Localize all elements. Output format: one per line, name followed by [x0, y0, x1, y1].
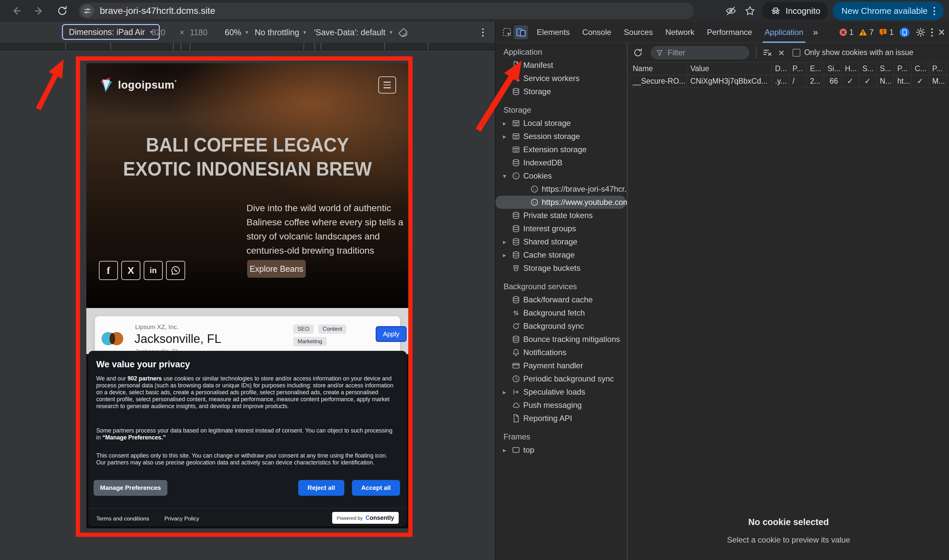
reload-icon[interactable]	[55, 3, 70, 18]
sidebar-item-background-sync[interactable]: Background sync	[496, 320, 627, 333]
cookie-cell[interactable]: N...	[877, 75, 894, 87]
sidebar-item-bounce-tracking-mitigations[interactable]: Bounce tracking mitigations	[496, 333, 627, 346]
column-header-c[interactable]: C...	[911, 63, 929, 75]
cast-device-indicator-icon[interactable]	[899, 27, 910, 38]
bookmark-star-icon[interactable]	[743, 4, 757, 18]
tree-collapsed-icon[interactable]: ▸	[500, 446, 509, 454]
cookie-cell[interactable]: ht...	[894, 75, 911, 87]
issue-filter-checkbox[interactable]	[792, 49, 800, 57]
sidebar-item-shared-storage[interactable]: ▸Shared storage	[496, 235, 627, 248]
powered-by-badge[interactable]: Powered by Consently	[332, 512, 399, 524]
device-dimensions-select[interactable]: Dimensions: iPad Air ▼	[62, 24, 160, 40]
sidebar-item-cache-storage[interactable]: ▸Cache storage	[496, 248, 627, 262]
cookie-cell[interactable]: __Secure-RO...	[628, 75, 687, 87]
sidebar-item-indexeddb[interactable]: IndexedDB	[496, 156, 627, 169]
apply-button[interactable]: Apply	[376, 326, 407, 342]
address-bar[interactable]: brave-jori-s47hcrlt.dcms.site	[79, 3, 694, 19]
tab-network[interactable]: Network	[659, 22, 701, 43]
column-header-si[interactable]: Si...	[824, 63, 841, 75]
tree-collapsed-icon[interactable]: ▸	[500, 120, 509, 127]
sidebar-item-https-brave-jori-s47hcr[interactable]: https://brave-jori-s47hcr...	[496, 183, 627, 196]
sidebar-item-extension-storage[interactable]: Extension storage	[496, 143, 627, 156]
column-header-d[interactable]: D...	[772, 63, 789, 75]
cookie-cell[interactable]: ✓	[911, 75, 929, 87]
privacy-policy-link[interactable]: Privacy Policy	[165, 515, 199, 522]
warning-badge[interactable]: 7	[859, 28, 874, 37]
sidebar-item-storage[interactable]: Storage	[496, 85, 627, 98]
sidebar-item-cookies[interactable]: ▾Cookies	[496, 169, 627, 183]
tree-collapsed-icon[interactable]: ▸	[500, 238, 509, 246]
url-text[interactable]: brave-jori-s47hcrlt.dcms.site	[100, 6, 215, 16]
issues-badge[interactable]: 1	[879, 28, 894, 37]
eye-off-icon[interactable]	[724, 4, 738, 18]
hamburger-menu-button[interactable]	[378, 77, 396, 94]
tree-expanded-icon[interactable]: ▾	[500, 172, 509, 180]
column-header-value[interactable]: Value	[687, 63, 772, 75]
error-badge[interactable]: 1	[839, 28, 854, 37]
throttling-select[interactable]: No throttling ▼	[255, 22, 307, 43]
tab-elements[interactable]: Elements	[530, 22, 576, 43]
cookie-cell[interactable]: ✓	[841, 75, 859, 87]
devtools-close-icon[interactable]: ×	[938, 26, 945, 38]
cookie-cell[interactable]: /	[789, 75, 807, 87]
reject-all-button[interactable]: Reject all	[298, 480, 344, 496]
manage-preferences-button[interactable]: Manage Preferences	[94, 480, 167, 496]
sidebar-item-manifest[interactable]: Manifest	[496, 58, 627, 72]
tree-collapsed-icon[interactable]: ▸	[500, 388, 509, 396]
sidebar-item-push-messaging[interactable]: Push messaging	[496, 398, 627, 412]
column-header-p[interactable]: P...	[929, 63, 946, 75]
sidebar-item-local-storage[interactable]: ▸Local storage	[496, 117, 627, 130]
update-menu-icon[interactable]	[934, 7, 935, 15]
zoom-select[interactable]: 60% ▼	[225, 22, 249, 43]
site-logo[interactable]: logoipsum°	[99, 77, 177, 94]
sidebar-item-https-www-youtube-com[interactable]: https://www.youtube.com	[496, 196, 626, 209]
column-header-name[interactable]: Name	[628, 63, 687, 75]
explore-beans-button[interactable]: Explore Beans	[247, 260, 306, 278]
device-height-value[interactable]: 1180	[190, 22, 208, 43]
accept-all-button[interactable]: Accept all	[352, 480, 400, 496]
sidebar-item-session-storage[interactable]: ▸Session storage	[496, 130, 627, 143]
x-twitter-icon[interactable]: X	[121, 261, 140, 280]
tree-collapsed-icon[interactable]: ▸	[500, 133, 509, 140]
more-tabs-icon[interactable]: »	[810, 27, 821, 38]
column-header-e[interactable]: E...	[807, 63, 824, 75]
chrome-update-button[interactable]: New Chrome available	[833, 2, 944, 20]
column-header-s[interactable]: S...	[859, 63, 877, 75]
sidebar-item-periodic-background-sync[interactable]: Periodic background sync	[496, 372, 627, 385]
sidebar-item-storage-buckets[interactable]: Storage buckets	[496, 262, 627, 275]
sidebar-item-background-fetch[interactable]: Background fetch	[496, 306, 627, 320]
settings-gear-icon[interactable]	[915, 27, 926, 38]
column-header-p[interactable]: P...	[789, 63, 807, 75]
forward-icon[interactable]	[32, 3, 47, 18]
sidebar-item-speculative-loads[interactable]: ▸Speculative loads	[496, 385, 627, 398]
save-data-select[interactable]: 'Save-Data': default ▼	[314, 22, 393, 43]
column-header-s[interactable]: S...	[877, 63, 894, 75]
cookie-row[interactable]: __Secure-RO...CNiXgMH3j7qBbxCd....y.../2…	[628, 75, 949, 88]
tree-collapsed-icon[interactable]: ▸	[500, 251, 509, 259]
cookie-cell[interactable]: .y...	[772, 75, 789, 87]
terms-link[interactable]: Terms and conditions	[96, 515, 149, 522]
cookie-cell[interactable]: CNiXgMH3j7qBbxCd...	[687, 75, 772, 87]
sidebar-item-top[interactable]: ▸top	[496, 443, 627, 457]
device-width-value[interactable]: 820	[152, 22, 165, 43]
cookie-cell[interactable]: 66	[824, 75, 841, 87]
tab-application[interactable]: Application	[758, 22, 810, 43]
rotate-device-icon[interactable]	[397, 26, 409, 39]
column-header-h[interactable]: H...	[841, 63, 859, 75]
refresh-icon[interactable]	[633, 48, 643, 58]
cookie-cell[interactable]: 2...	[807, 75, 824, 87]
device-toolbar-menu-icon[interactable]	[482, 28, 484, 37]
sidebar-item-service-workers[interactable]: Service workers	[496, 72, 627, 85]
column-header-p[interactable]: P...	[894, 63, 911, 75]
facebook-icon[interactable]: f	[99, 261, 118, 280]
tab-console[interactable]: Console	[576, 22, 618, 43]
delete-all-cookies-icon[interactable]: ×	[778, 48, 784, 58]
whatsapp-icon[interactable]	[166, 261, 185, 280]
back-icon[interactable]	[9, 3, 24, 18]
sidebar-item-private-state-tokens[interactable]: Private state tokens	[496, 209, 627, 222]
sidebar-item-notifications[interactable]: Notifications	[496, 346, 627, 359]
cookie-cell[interactable]: ✓	[859, 75, 877, 87]
tab-performance[interactable]: Performance	[701, 22, 758, 43]
devtools-menu-icon[interactable]	[931, 28, 933, 37]
cookies-filter-input[interactable]: Filter	[650, 46, 749, 59]
